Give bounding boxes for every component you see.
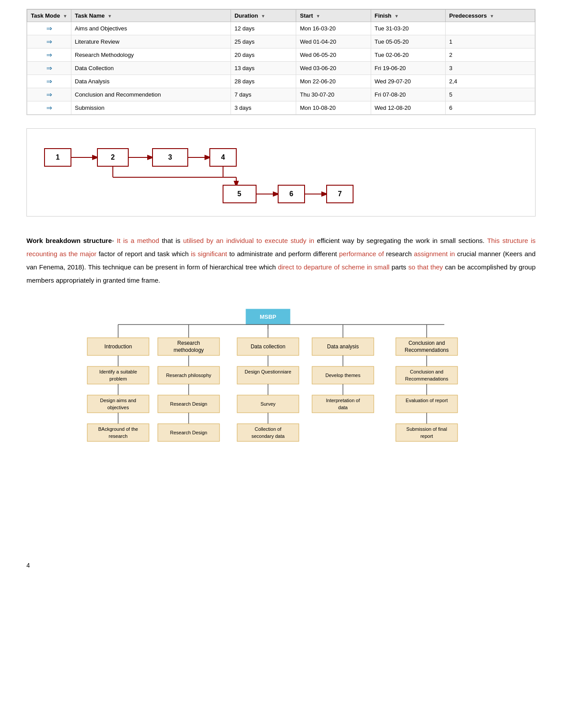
wbs-text-7: is significant xyxy=(191,250,227,258)
task-mode-cell: ⇒ xyxy=(27,101,71,115)
wbs-root-label: MSBP xyxy=(260,314,276,320)
task-predecessors-cell: 3 xyxy=(446,62,535,75)
table-row: ⇒ Aims and Objectives 12 days Mon 16-03-… xyxy=(27,22,535,35)
network-svg: 1 2 3 4 5 6 7 xyxy=(36,142,366,213)
table-row: ⇒ Submission 3 days Mon 10-08-20 Wed 12-… xyxy=(27,101,535,115)
table-row: ⇒ Data Collection 13 days Wed 03-06-20 F… xyxy=(27,62,535,75)
task-finish-cell: Fri 19-06-20 xyxy=(371,62,445,75)
wbs-text-2: that is xyxy=(159,237,183,244)
wbs-col3-l1: Data collection xyxy=(250,343,285,350)
task-duration-cell: 28 days xyxy=(231,75,296,88)
task-name-cell: Submission xyxy=(71,101,231,115)
wbs-svg: MSBP Introduction Identify a suitable pr… xyxy=(83,305,480,552)
wbs-col4-c1: Develop themes xyxy=(325,373,361,378)
wbs-col5-c1-l2: Recommenadations xyxy=(405,376,448,381)
node-5-label: 5 xyxy=(238,190,242,198)
wbs-text-section: Work breakdown structure- It is a method… xyxy=(26,234,536,287)
task-mode-icon: ⇒ xyxy=(46,64,52,72)
wbs-col2-c2: Research Design xyxy=(170,401,207,407)
task-name-cell: Literature Review xyxy=(71,35,231,49)
task-table-container: Task Mode ▼ Task Name ▼ Duration ▼ Start… xyxy=(26,9,536,115)
wbs-col2-l2: methodology xyxy=(173,347,204,353)
task-finish-cell: Tue 02-06-20 xyxy=(371,49,445,62)
task-finish-cell: Tue 31-03-20 xyxy=(371,22,445,35)
task-predecessors-cell: 2,4 xyxy=(446,75,535,88)
table-row: ⇒ Literature Review 25 days Wed 01-04-20… xyxy=(27,35,535,49)
task-mode-icon: ⇒ xyxy=(46,25,52,32)
task-finish-cell: Tue 05-05-20 xyxy=(371,35,445,49)
task-name-cell: Research Methodology xyxy=(71,49,231,62)
wbs-heading-dash: - xyxy=(112,237,117,244)
wbs-col1-c1-l2: problem xyxy=(109,376,127,381)
wbs-col1-c2-l2: objectives xyxy=(107,405,129,410)
task-duration-cell: 13 days xyxy=(231,62,296,75)
node-4-label: 4 xyxy=(221,153,225,161)
task-finish-cell: Wed 29-07-20 xyxy=(371,75,445,88)
task-mode-icon: ⇒ xyxy=(46,51,52,59)
wbs-text-9: performance xyxy=(339,250,376,258)
wbs-col1-c1-l1: Identify a suitable xyxy=(99,369,137,374)
page-number: 4 xyxy=(26,562,536,569)
wbs-col5-l1: Conclusion and xyxy=(408,340,445,346)
wbs-text-8: to administrate and perform different xyxy=(227,250,339,258)
wbs-col3-c2: Survey xyxy=(260,401,275,407)
wbs-text-3: utilised by an individual to execute stu… xyxy=(183,237,314,244)
task-duration-cell: 3 days xyxy=(231,101,296,115)
node-7-label: 7 xyxy=(338,190,342,198)
wbs-col4-c2-l1: Interpretation of xyxy=(326,398,360,403)
task-start-cell: Mon 10-08-20 xyxy=(296,101,371,115)
network-diagram-inner: 1 2 3 4 5 6 7 xyxy=(36,142,526,203)
col-header-predecessors[interactable]: Predecessors ▼ xyxy=(446,10,535,22)
task-duration-cell: 20 days xyxy=(231,49,296,62)
wbs-text-15: direct to departure of scheme in small xyxy=(278,263,389,271)
node-2-label: 2 xyxy=(111,153,115,161)
task-mode-cell: ⇒ xyxy=(27,75,71,88)
wbs-text-16: parts xyxy=(390,263,409,271)
table-row: ⇒ Research Methodology 20 days Wed 06-05… xyxy=(27,49,535,62)
task-duration-cell: 7 days xyxy=(231,88,296,101)
col-header-duration[interactable]: Duration ▼ xyxy=(231,10,296,22)
task-name-cell: Aims and Objectives xyxy=(71,22,231,35)
wbs-col1-c3-l1: BAckground of the xyxy=(98,426,138,432)
wbs-col2-l1: Research xyxy=(177,340,200,346)
wbs-col5-c3-l2: report xyxy=(420,433,433,439)
wbs-col5-c3-l1: Submission of final xyxy=(406,426,447,432)
wbs-text-6: factor of report and task which xyxy=(97,250,191,258)
task-mode-cell: ⇒ xyxy=(27,62,71,75)
task-start-cell: Wed 06-05-20 xyxy=(296,49,371,62)
task-predecessors-cell: 5 xyxy=(446,88,535,101)
wbs-col4-l1: Data analysis xyxy=(327,343,358,350)
wbs-col3-c1-l1: Design Questionniare xyxy=(245,369,291,374)
task-start-cell: Thu 30-07-20 xyxy=(296,88,371,101)
wbs-text-19: they xyxy=(430,263,443,271)
node-3-label: 3 xyxy=(168,153,172,161)
wbs-heading-bold: Work breakdown structure xyxy=(26,237,112,244)
wbs-col4-c2-l2: data xyxy=(338,405,348,410)
task-start-cell: Mon 16-03-20 xyxy=(296,22,371,35)
wbs-col3-c3-l2: secondary data xyxy=(251,433,285,439)
task-predecessors-cell: 1 xyxy=(446,35,535,49)
task-predecessors-cell: 6 xyxy=(446,101,535,115)
col-header-start[interactable]: Start ▼ xyxy=(296,10,371,22)
node-1-label: 1 xyxy=(56,153,60,161)
task-table: Task Mode ▼ Task Name ▼ Duration ▼ Start… xyxy=(27,9,535,115)
col-header-finish[interactable]: Finish ▼ xyxy=(371,10,445,22)
task-name-cell: Data Collection xyxy=(71,62,231,75)
wbs-col1-c2-l1: Design aims and xyxy=(100,398,136,403)
col-header-mode[interactable]: Task Mode ▼ xyxy=(27,10,71,22)
table-row: ⇒ Data Analysis 28 days Mon 22-06-20 Wed… xyxy=(27,75,535,88)
col-header-name[interactable]: Task Name ▼ xyxy=(71,10,231,22)
task-mode-icon: ⇒ xyxy=(46,91,52,98)
task-mode-cell: ⇒ xyxy=(27,22,71,35)
wbs-col5-c2-l1: Evaluation of report xyxy=(406,398,447,403)
wbs-text-11: of xyxy=(378,250,384,258)
task-mode-icon: ⇒ xyxy=(46,38,52,45)
wbs-text-13: assignment in xyxy=(414,250,455,258)
task-finish-cell: Wed 12-08-20 xyxy=(371,101,445,115)
table-row: ⇒ Conclusion and Recommendetion 7 days T… xyxy=(27,88,535,101)
wbs-text-17: so that xyxy=(408,263,428,271)
wbs-col5-l2: Recommendations xyxy=(404,347,448,353)
task-name-cell: Data Analysis xyxy=(71,75,231,88)
wbs-col1-l1: Introduction xyxy=(104,343,132,350)
task-predecessors-cell: 2 xyxy=(446,49,535,62)
